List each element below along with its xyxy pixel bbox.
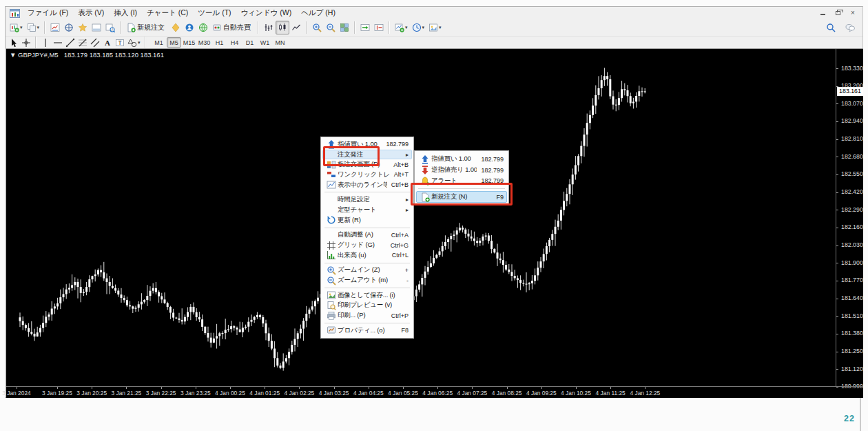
dropdown-arrow-icon[interactable]: ▾	[138, 40, 141, 46]
restore-button[interactable]	[832, 8, 843, 17]
time-axis-tick	[17, 387, 17, 389]
chart-collapse-icon[interactable]: ▼	[10, 51, 16, 59]
time-axis-tick	[161, 387, 162, 389]
context-menu-item-label: ズームイン (Z)	[338, 265, 401, 274]
horizontal-line-button[interactable]	[52, 37, 64, 48]
context-menu-item[interactable]: プロパティ... (o)F8	[322, 325, 412, 336]
context-menu-item-shortcut: -	[406, 277, 409, 284]
timeframe-mn-button[interactable]: MN	[273, 37, 287, 48]
context-menu-item[interactable]: 画像として保存... (i)	[322, 290, 412, 301]
menu-bar-item[interactable]: ツール (T)	[193, 8, 236, 19]
printer-icon	[325, 311, 338, 321]
zoom-out-button[interactable]	[324, 21, 338, 34]
auto-scroll-icon	[360, 23, 370, 32]
new-chart-icon	[10, 23, 19, 32]
close-button[interactable]: ×	[847, 8, 858, 17]
chart-line-button[interactable]	[289, 21, 303, 34]
context-menu-item[interactable]: 定型チャート▸	[322, 205, 412, 215]
timeframe-m15-button[interactable]: M15	[182, 37, 196, 48]
channel-button[interactable]	[89, 37, 101, 48]
chat-bubbles-button[interactable]	[843, 21, 857, 34]
context-menu-item[interactable]: 出来高 (u)Ctrl+L	[322, 250, 412, 261]
menu-bar-item[interactable]: ファイル (F)	[23, 8, 73, 19]
text-label-button[interactable]: T	[114, 37, 126, 48]
periods-button[interactable]: ▾	[410, 21, 427, 34]
context-menu-item[interactable]: 時間足設定▸	[322, 194, 412, 205]
community-button[interactable]	[183, 21, 196, 34]
time-axis[interactable]: 3 Jan 20243 Jan 19:253 Jan 20:253 Jan 21…	[6, 386, 863, 399]
navigator-button[interactable]	[76, 21, 90, 34]
text-a-button[interactable]: A	[101, 37, 114, 48]
minimize-button[interactable]	[817, 8, 828, 17]
timeframe-h1-button[interactable]: H1	[212, 37, 227, 48]
market-watch-button[interactable]	[48, 21, 62, 34]
tile-windows-button[interactable]	[338, 21, 351, 34]
search-magnifier-button[interactable]	[824, 21, 838, 34]
dropdown-arrow-icon[interactable]: ▾	[20, 25, 23, 30]
context-menu-item[interactable]: グリッド (G)Ctrl+G	[322, 240, 412, 250]
page-scroll-edge	[860, 398, 861, 431]
auto-scroll-button[interactable]	[358, 21, 372, 34]
cursor-arrow-button[interactable]	[8, 37, 20, 48]
autotrade-button[interactable]: 自動売買	[210, 21, 255, 34]
dropdown-arrow-icon[interactable]: ▾	[439, 25, 442, 30]
order-submenu-item[interactable]: 指値買い 1.00182.799	[416, 154, 507, 165]
timeframe-m1-button[interactable]: M1	[152, 37, 166, 48]
context-menu-item[interactable]: 印刷プレビュー (v)	[322, 301, 412, 311]
timeframe-d1-button[interactable]: D1	[242, 37, 257, 48]
news-globe-button[interactable]	[196, 21, 210, 34]
chart-shift-button[interactable]	[372, 21, 386, 34]
zoom-in-menu-icon	[325, 265, 338, 275]
context-menu-item[interactable]: 自動調整 (A)Ctrl+A	[322, 230, 412, 241]
chart-plot-area[interactable]	[6, 49, 836, 386]
trend-line-button[interactable]	[64, 37, 76, 48]
timeframe-m30-button[interactable]: M30	[197, 37, 211, 48]
new-order-button[interactable]: 新規注文	[124, 21, 169, 34]
menu-bar-item[interactable]: 挿入 (I)	[109, 8, 142, 19]
menu-bar-item[interactable]: 表示 (V)	[73, 8, 109, 19]
context-menu-item[interactable]: ズームアウト (m)-	[322, 275, 412, 285]
chart-title: ▼ GBPJPY#,M5183.179 183.185 183.120 183.…	[10, 51, 164, 59]
context-menu-item[interactable]: ワンクリックトレード (k)Alt+T	[322, 170, 412, 180]
context-menu-item[interactable]: 更新 (R)	[322, 215, 412, 225]
price-axis-tick	[836, 316, 838, 317]
indicators-button[interactable]: ▾	[393, 21, 410, 34]
price-axis-tick	[836, 334, 838, 334]
chart-candles-button[interactable]	[276, 21, 289, 34]
new-chart-button[interactable]: ▾	[8, 21, 25, 34]
context-menu-item-shortcut: Ctrl+A	[391, 232, 409, 239]
dropdown-arrow-icon[interactable]: ▾	[37, 25, 40, 30]
data-window-button[interactable]	[62, 21, 76, 34]
tester-button[interactable]	[103, 21, 117, 34]
dropdown-arrow-icon[interactable]: ▾	[422, 25, 425, 30]
timeframe-h4-button[interactable]: H4	[227, 37, 242, 48]
fibo-button[interactable]	[76, 37, 89, 48]
annotation-box-new-order	[411, 183, 513, 206]
templates-button[interactable]: ▾	[426, 21, 444, 34]
crosshair-button[interactable]	[20, 37, 32, 48]
price-axis[interactable]: 183.161 183.330183.200183.070182.940182.…	[836, 49, 863, 386]
time-axis-label: 3 Jan 20:25	[76, 390, 107, 397]
timeframe-m5-button[interactable]: M5	[167, 37, 181, 48]
dropdown-arrow-icon[interactable]: ▾	[405, 25, 408, 30]
time-axis-label: 3 Jan 2024	[2, 390, 30, 397]
menu-bar-item[interactable]: チャート (C)	[142, 8, 193, 19]
price-axis-label: 182.290	[841, 206, 863, 213]
vertical-line-button[interactable]	[39, 37, 52, 48]
context-menu-item[interactable]: ズームイン (Z)+	[322, 265, 412, 276]
terminal-button[interactable]	[90, 21, 103, 34]
zoom-in-button[interactable]	[310, 21, 324, 34]
grid-icon	[325, 241, 338, 250]
timeframe-w1-button[interactable]: W1	[258, 37, 272, 48]
metaeditor-button[interactable]	[169, 21, 183, 34]
chart-bars-button[interactable]	[262, 21, 276, 34]
context-menu-item-shortcut: Alt+T	[394, 171, 409, 178]
order-submenu-item[interactable]: 逆指値売り 1.00182.799	[416, 165, 507, 176]
shapes-button[interactable]: ▾	[126, 37, 142, 48]
menu-bar-item[interactable]: ウィンドウ (W)	[236, 8, 297, 19]
news-globe-icon	[198, 23, 208, 32]
context-menu-item[interactable]: 表示中のライン等 (b)Ctrl+B	[322, 180, 412, 190]
profiles-button[interactable]: ▾	[25, 21, 42, 34]
menu-bar-item[interactable]: ヘルプ (H)	[296, 8, 340, 19]
context-menu-item[interactable]: 印刷... (P)Ctrl+P	[322, 310, 412, 321]
